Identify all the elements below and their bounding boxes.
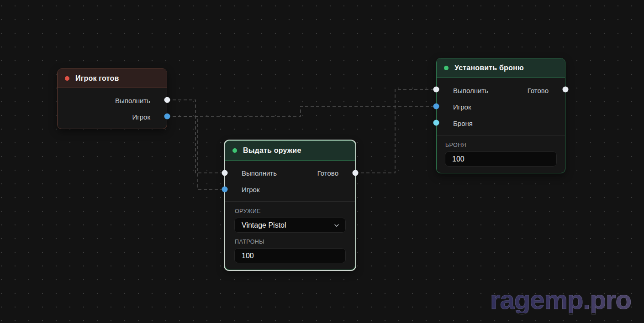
weapon-field: ОРУЖИЕ Vintage Pistol (234, 208, 346, 233)
port-label: Готово (528, 87, 549, 94)
node-set-armor-header[interactable]: Установить броню (437, 58, 565, 78)
port-label: Выполнить (115, 97, 150, 104)
watermark: ragemp.pro (490, 287, 631, 313)
port-player-input[interactable] (433, 104, 439, 109)
node-player-ready-header[interactable]: Игрок готов (58, 69, 167, 88)
output-row-player: Игрок (58, 109, 167, 125)
field-label: ПАТРОНЫ (235, 239, 346, 245)
ammo-input[interactable] (234, 248, 346, 263)
action-status-dot-icon (232, 148, 237, 153)
weapon-select-value: Vintage Pistol (242, 221, 286, 229)
output-row-exec: Выполнить (58, 92, 167, 109)
port-done-output[interactable] (353, 170, 359, 176)
wire-playerready-player-to-giveweapon-player[interactable] (167, 116, 225, 189)
weapon-select[interactable]: Vintage Pistol (234, 218, 346, 233)
input-row-player: Игрок (437, 99, 565, 115)
wire-giveweapon-done-to-setarmor-exec[interactable] (355, 89, 436, 173)
port-player-input[interactable] (222, 187, 228, 193)
node-player-ready[interactable]: Игрок готов Выполнить Игрок (57, 68, 167, 129)
armor-field: БРОНЯ (445, 142, 557, 167)
port-armor-input[interactable] (433, 120, 439, 126)
port-label: Выполнить (242, 169, 277, 177)
node-set-armor[interactable]: Установить броню Выполнить Готово Игрок … (436, 58, 565, 173)
node-title: Установить броню (454, 64, 524, 72)
armor-input[interactable] (445, 151, 557, 167)
port-label: Игрок (453, 103, 471, 111)
port-done-output[interactable] (563, 87, 569, 93)
port-exec-input[interactable] (433, 87, 439, 93)
port-label: Игрок (242, 186, 260, 193)
node-title: Выдать оружие (243, 146, 301, 155)
port-exec-input[interactable] (222, 170, 228, 176)
port-player-output[interactable] (164, 114, 170, 120)
port-label: Готово (317, 169, 338, 177)
io-row-exec: Выполнить Готово (225, 165, 355, 181)
action-status-dot-icon (444, 66, 449, 70)
input-row-player: Игрок (225, 181, 355, 198)
wire-playerready-exec-to-giveweapon-exec[interactable] (167, 100, 225, 173)
field-label: ОРУЖИЕ (235, 208, 346, 214)
node-editor-canvas[interactable]: ragemp.pro Игрок готов Выполнить Игрок В… (0, 0, 644, 323)
port-label: Броня (453, 120, 473, 127)
ammo-field: ПАТРОНЫ (234, 239, 346, 263)
input-row-armor: Броня (437, 115, 565, 131)
io-row-exec: Выполнить Готово (437, 82, 565, 99)
field-label: БРОНЯ (445, 142, 557, 148)
node-title: Игрок готов (75, 74, 119, 83)
port-label: Игрок (132, 113, 151, 121)
wire-playerready-player-to-setarmor-player[interactable] (167, 106, 436, 116)
node-give-weapon[interactable]: Выдать оружие Выполнить Готово Игрок ОРУ… (225, 141, 355, 270)
event-status-dot-icon (65, 76, 69, 81)
node-give-weapon-header[interactable]: Выдать оружие (225, 141, 355, 161)
port-label: Выполнить (453, 87, 488, 94)
port-exec-output[interactable] (164, 97, 170, 103)
chevron-down-icon (333, 222, 340, 229)
